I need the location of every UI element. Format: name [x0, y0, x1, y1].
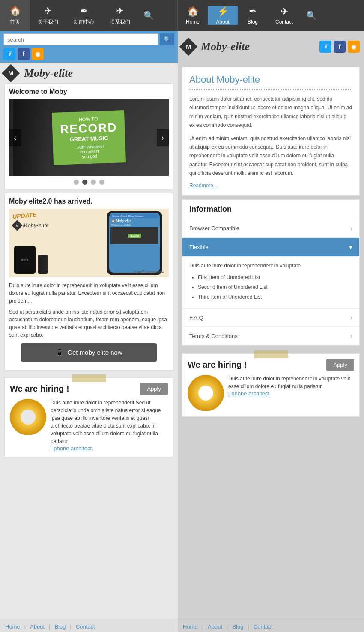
info-item-terms[interactable]: Terms & Conditions ›: [182, 327, 359, 345]
nav-contact-en[interactable]: ✈ Contact: [268, 6, 301, 25]
chevron-flexible: ▾: [349, 243, 352, 251]
nav-search-btn-left[interactable]: 🔍: [138, 0, 159, 31]
update-text2: Sed ut perspiciatis unde omnis iste natu…: [9, 308, 169, 339]
footer-right: Home | About | Blog | Contact Copyright …: [178, 620, 364, 632]
home-icon-en: 🏠: [187, 6, 199, 17]
hiring-title-right: We are hiring !: [188, 360, 247, 370]
update-section: Moby elite2.0 has arrived. UPDATE M Moby…: [4, 193, 173, 371]
info-item-faq[interactable]: F.A.Q ›: [182, 309, 359, 327]
donut-left: [10, 399, 46, 435]
nav-about-en[interactable]: ⚡ About: [208, 6, 238, 25]
contact-icon-en: ✈: [280, 6, 288, 17]
cta-label: Get moby elite now: [67, 349, 122, 356]
slider-dot-1[interactable]: [74, 180, 79, 185]
facebook-icon-right[interactable]: f: [334, 41, 346, 53]
footer-links-left: Home | About | Blog | Contact: [5, 623, 173, 630]
update-badge: UPDATE: [12, 211, 37, 220]
cta-button[interactable]: 📱 Get moby elite now: [21, 343, 157, 362]
footer-blog-left[interactable]: Blog: [54, 623, 66, 630]
nav-home-cn[interactable]: 🏠 首页: [0, 0, 30, 31]
chevron-faq: ›: [350, 314, 352, 321]
nav-about-cn[interactable]: ✈ 关于我们: [30, 0, 66, 31]
slider-section: Welcome to Moby HOW TO RECORD GREAT MUSI…: [4, 83, 173, 189]
info-item-browser[interactable]: Browser Compatible ›: [182, 219, 359, 238]
nav-blog-en[interactable]: ✒ Blog: [238, 6, 268, 25]
nav-label-en-contact: Contact: [275, 19, 293, 25]
sign-line2: RECORD: [60, 121, 117, 137]
update-title: Moby elite2.0 has arrived.: [9, 198, 169, 205]
hiring-section-left: We are hiring ! Apply Duis aute irure do…: [4, 377, 173, 457]
nav-contact-cn[interactable]: ✈ 联系我们: [102, 0, 138, 31]
home-icon-cn: 🏠: [9, 6, 21, 17]
nav-home-en[interactable]: 🏠 Home: [178, 6, 208, 25]
hiring-title-left: We are hiring !: [10, 384, 69, 394]
info-title: Information: [182, 200, 359, 219]
about-para2: Ut enim ad minim veniam, quis nostrud ex…: [189, 134, 352, 178]
info-label-browser: Browser Compatible: [189, 225, 239, 231]
hiring-link-right[interactable]: i-phone architect: [228, 390, 269, 397]
update-image: UPDATE M Moby-elite iPad HomeAboutBlog: [9, 209, 169, 277]
readmore-link[interactable]: Readmore...: [189, 183, 218, 189]
footer-about-right[interactable]: About: [208, 623, 222, 630]
right-logo: Moby-elite: [182, 40, 250, 53]
slider-next[interactable]: ›: [157, 129, 169, 146]
info-section: Information Browser Compatible › Flexibl…: [182, 199, 360, 346]
facebook-icon[interactable]: f: [18, 48, 30, 60]
twitter-icon[interactable]: 𝕋: [3, 48, 15, 60]
search-input[interactable]: [3, 33, 158, 45]
footer-home-right[interactable]: Home: [183, 623, 198, 630]
info-label-flexible: Flexible: [189, 244, 209, 250]
slider-title: Welcome to Moby: [9, 88, 169, 96]
info-list-item-2: Second Item of Unordered List: [198, 283, 352, 291]
search-button[interactable]: 🔍: [160, 33, 174, 45]
info-expanded-text: Duis aute irure dolor in reprehenderit i…: [189, 262, 352, 270]
info-item-flexible[interactable]: Flexible ▾: [182, 238, 359, 257]
blog-icon-en: ✒: [249, 6, 257, 17]
nav-label-en-home: Home: [186, 19, 200, 25]
hiring-text-right: Duis aute irure dolor in reprehenderit i…: [228, 375, 354, 411]
apply-button-right[interactable]: Apply: [326, 359, 354, 371]
twitter-icon-right[interactable]: 𝕋: [319, 41, 331, 53]
rss-icon-right[interactable]: ◉: [348, 41, 360, 53]
hiring-para-left: Duis aute irure dolor in reprehenderit S…: [51, 400, 161, 444]
footer-about-left[interactable]: About: [30, 623, 45, 630]
footer-home-left[interactable]: Home: [5, 623, 20, 630]
slider-prev[interactable]: ‹: [9, 129, 21, 146]
about-icon-en: ⚡: [217, 6, 229, 17]
hiring-content-left: Duis aute irure dolor in reprehenderit S…: [10, 399, 168, 452]
chevron-terms: ›: [350, 332, 352, 340]
apply-button-left[interactable]: Apply: [140, 383, 168, 395]
nav-label-cn-contact: 联系我们: [110, 18, 130, 26]
logo-diamond-left: [2, 64, 20, 82]
info-expanded-content: Duis aute irure dolor in reprehenderit i…: [182, 257, 359, 309]
tape-left: [72, 374, 106, 382]
nav-news-cn[interactable]: ✒ 新闻中心: [66, 0, 102, 31]
hiring-header-left: We are hiring ! Apply: [10, 383, 168, 395]
update-text1: Duis aute irure dolor in reprehenderit i…: [9, 282, 169, 305]
footer-contact-left[interactable]: Contact: [76, 623, 95, 630]
nav-label-cn-news: 新闻中心: [74, 18, 94, 26]
footer-blog-right[interactable]: Blog: [232, 623, 243, 630]
info-label-faq: F.A.Q: [189, 315, 203, 321]
info-list-item-1: First Item of Unordered List: [198, 273, 352, 282]
nav-label-cn-about: 关于我们: [38, 18, 58, 26]
rss-icon[interactable]: ◉: [32, 48, 44, 60]
hiring-section-right: We are hiring ! Apply Duis aute irure do…: [182, 353, 360, 417]
slider-dot-2[interactable]: [82, 180, 87, 185]
logo-text-right: Moby-elite: [201, 40, 250, 53]
hiring-link-suffix-left: .: [92, 445, 93, 452]
footer-left: Home | About | Blog | Contact Copyright …: [0, 620, 178, 632]
nav-search-btn-right[interactable]: 🔍: [301, 10, 322, 21]
hiring-header-right: We are hiring ! Apply: [188, 359, 354, 371]
slider-dot-3[interactable]: [91, 180, 96, 185]
info-label-terms: Terms & Conditions: [189, 333, 238, 339]
hiring-para-right: Duis aute irure dolor in reprehenderit i…: [228, 376, 350, 389]
info-list-item-3: Third Item of Unordered List: [198, 293, 352, 301]
donut-right: [188, 375, 224, 411]
chevron-browser: ›: [350, 225, 352, 232]
hiring-link-left[interactable]: i-phone architect: [51, 445, 92, 452]
slider-dot-4[interactable]: [99, 180, 104, 185]
slider-dots: [9, 180, 169, 185]
footer-contact-right[interactable]: Contact: [254, 623, 273, 630]
about-section: About Moby-elite Lorem ipsum dolor sit a…: [182, 67, 360, 196]
